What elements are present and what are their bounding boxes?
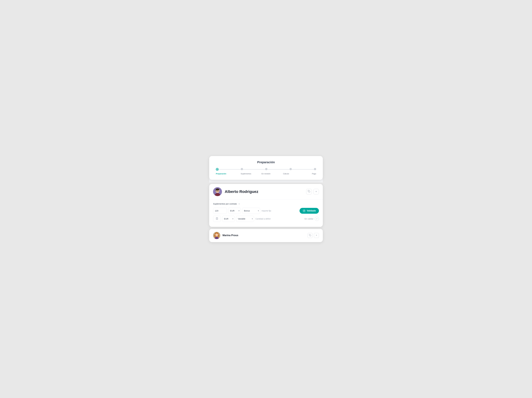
arrow-right-icon: → — [238, 203, 240, 205]
add-button-marina[interactable]: + — [314, 233, 319, 238]
add-button-alberto[interactable]: + — [313, 189, 319, 194]
svg-point-22 — [215, 233, 218, 236]
validated-label: Validado — [307, 210, 316, 212]
supplement-row-1: EUR USD GBP Bonus Variable Fijo Importe … — [213, 208, 319, 214]
contract-section: Suplementos por contrato → EUR USD GBP B… — [209, 199, 323, 227]
currency-select-wrapper-1: EUR USD GBP — [228, 208, 241, 214]
employee-card-alberto: Alberto Rodriguez + Suplementos por — [209, 184, 323, 227]
step-label-suplementos[interactable]: Suplementos — [236, 173, 256, 175]
steps-card: Preparación Preparación Suplementos En r… — [209, 156, 323, 180]
svg-rect-9 — [216, 218, 218, 219]
stepper — [216, 168, 316, 171]
type-select-wrapper-1: Bonus Variable Fijo — [242, 208, 260, 214]
step-label-calculo[interactable]: Cálculo — [276, 173, 296, 175]
supplement-row-2: EUR USD GBP Variable Bonus Fijo Cantidad… — [213, 216, 319, 222]
copy-button-alberto[interactable] — [306, 189, 312, 194]
svg-point-3 — [216, 188, 219, 190]
header-actions-marina: + — [308, 233, 319, 238]
sin-validar-wrapper: Sin validar ✓ — [304, 217, 319, 221]
step-label-preparacion[interactable]: Preparación — [216, 173, 236, 175]
currency-select-1[interactable]: EUR USD GBP — [228, 208, 241, 214]
sin-validar-text: Sin validar — [304, 218, 313, 220]
type-select-2[interactable]: Variable Bonus Fijo — [236, 216, 254, 222]
sin-validar-check-button[interactable]: ✓ — [315, 217, 319, 221]
type-select-1[interactable]: Bonus Variable Fijo — [242, 208, 260, 214]
type-select-wrapper-2: Variable Bonus Fijo — [236, 216, 254, 222]
avatar-marina — [213, 232, 220, 239]
currency-select-2[interactable]: EUR USD GBP — [222, 216, 235, 222]
avatar-svg-alberto — [213, 187, 222, 196]
plus-icon-alberto: + — [315, 190, 317, 193]
contract-link[interactable]: Suplementos por contrato → — [213, 203, 319, 205]
step-label-revision[interactable]: En revisión — [256, 173, 276, 175]
header-actions-alberto: + — [306, 189, 319, 194]
avatar-svg-marina — [213, 232, 220, 239]
step-dot-4[interactable] — [314, 168, 316, 170]
field-description-2: Cantidad a definir — [255, 218, 303, 220]
contract-link-text: Suplementos por contrato — [213, 203, 237, 205]
currency-select-wrapper-2: EUR USD GBP — [222, 216, 235, 222]
step-label-pago[interactable]: Pago — [296, 173, 316, 175]
svg-rect-4 — [216, 189, 216, 191]
copy-button-marina[interactable] — [308, 233, 313, 238]
avatar-alberto — [213, 187, 222, 196]
step-dot-3[interactable] — [290, 168, 292, 170]
field-description-1: Importe fijo — [262, 210, 298, 212]
svg-rect-8 — [309, 191, 310, 192]
employee-header-alberto: Alberto Rodriguez + — [209, 184, 323, 199]
calculator-icon — [216, 217, 218, 220]
step-labels: Preparación Suplementos En revisión Cálc… — [216, 173, 316, 175]
step-dot-1[interactable] — [241, 168, 243, 170]
copy-icon-marina — [309, 234, 311, 237]
employee-name-marina: Marina Prous — [222, 234, 308, 237]
copy-icon — [308, 190, 310, 193]
step-dot-0[interactable] — [216, 168, 219, 171]
validated-button[interactable]: ✓ Validado — [299, 208, 319, 214]
amount-input-1[interactable] — [213, 208, 227, 214]
step-dot-2[interactable] — [265, 168, 267, 170]
svg-rect-24 — [310, 235, 311, 236]
calculator-input[interactable] — [213, 216, 221, 222]
validated-check-icon: ✓ — [303, 209, 306, 212]
app-container: Preparación Preparación Suplementos En r… — [209, 156, 323, 242]
steps-title: Preparación — [216, 160, 316, 164]
plus-icon-marina: + — [316, 234, 317, 237]
check-icon-small: ✓ — [316, 218, 318, 220]
employee-name-alberto: Alberto Rodriguez — [225, 189, 306, 194]
employee-card-marina: Marina Prous + — [209, 229, 323, 242]
stepper-dots — [216, 168, 316, 171]
